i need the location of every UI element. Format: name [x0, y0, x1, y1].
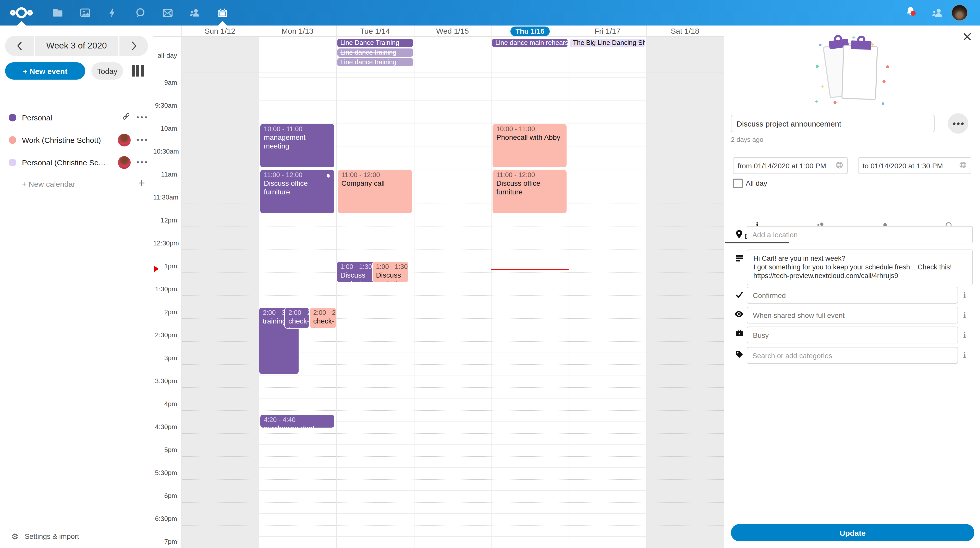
freebusy-info-icon[interactable]: i — [963, 330, 966, 340]
time-label: 6pm — [153, 492, 177, 500]
shared-by-avatar — [118, 156, 130, 168]
day-header[interactable]: Thu 1/16 — [491, 25, 569, 36]
contacts-app-icon[interactable] — [184, 0, 206, 25]
calendar-name: Work (Christine Schott) — [22, 135, 101, 144]
hour-line — [181, 215, 724, 216]
timezone-globe-icon[interactable] — [835, 161, 843, 170]
allday-event[interactable]: The Big Line Dancing Show — [570, 39, 646, 47]
calendar-event[interactable]: 10:00 - 11:00management meeting — [260, 124, 335, 168]
hour-line — [181, 513, 724, 514]
calendar-list-item[interactable]: Work (Christine Schott) — [0, 129, 153, 151]
event-actions-menu-button[interactable] — [948, 113, 968, 134]
next-week-button[interactable] — [119, 36, 148, 56]
freebusy-select[interactable]: Busy — [747, 327, 958, 343]
event-time: 2:00 - 2:30 — [313, 309, 332, 317]
day-header[interactable]: Mon 1/13 — [259, 25, 336, 36]
event-time: 10:00 - 11:00 — [496, 125, 563, 133]
time-label: 5pm — [153, 446, 177, 454]
column-divider — [336, 25, 337, 548]
new-event-button[interactable]: + New event — [5, 62, 85, 79]
categories-info-icon[interactable]: i — [963, 351, 966, 360]
week-navigation: Week 3 of 2020 — [5, 36, 148, 56]
close-icon[interactable] — [962, 32, 974, 43]
freebusy-value: Busy — [753, 331, 769, 339]
user-avatar[interactable] — [951, 0, 968, 25]
time-label: 12pm — [153, 217, 177, 224]
allday-grid-divider — [181, 72, 724, 73]
quarter-hour-line — [181, 295, 724, 296]
calendar-menu-icon[interactable] — [137, 116, 147, 118]
day-header[interactable]: Tue 1/14 — [336, 25, 414, 36]
day-header[interactable]: Wed 1/15 — [414, 25, 491, 36]
calendar-menu-icon[interactable] — [137, 161, 147, 163]
calendar-name: Personal (Christine Schott) — [22, 158, 110, 167]
contacts-menu-icon[interactable] — [931, 0, 944, 25]
quarter-hour-line — [181, 249, 724, 250]
quarter-hour-line — [181, 89, 724, 89]
calendar-list-item[interactable]: Personal — [0, 106, 153, 129]
mail-app-icon[interactable] — [156, 0, 179, 25]
all-day-checkbox[interactable] — [733, 179, 743, 188]
nextcloud-logo-icon[interactable] — [10, 0, 33, 25]
calendar-item-actions — [121, 112, 147, 123]
week-label[interactable]: Week 3 of 2020 — [35, 41, 118, 51]
previous-week-button[interactable] — [5, 36, 34, 56]
activity-app-icon[interactable] — [101, 0, 124, 25]
hour-line — [181, 376, 724, 376]
day-header[interactable]: Sat 1/18 — [646, 25, 724, 36]
status-info-icon[interactable]: i — [963, 291, 966, 300]
hour-line — [181, 399, 724, 399]
share-link-icon[interactable] — [121, 112, 130, 123]
new-calendar-button[interactable]: + New calendar — [22, 179, 75, 188]
visibility-select[interactable]: When shared show full event — [747, 307, 958, 324]
weekend-column-shading — [646, 36, 724, 548]
start-date-value: from 01/14/2020 at 1:00 PM — [738, 162, 826, 170]
photos-app-icon[interactable] — [74, 0, 97, 25]
calendar-list-item[interactable]: Personal (Christine Schott) — [0, 151, 153, 173]
allday-event[interactable]: Line Dance Training — [337, 39, 413, 47]
talk-app-icon[interactable] — [129, 0, 151, 25]
day-header[interactable]: Sun 1/12 — [181, 25, 259, 36]
current-time-line — [491, 268, 569, 270]
calendar-name: Personal — [22, 113, 52, 122]
allday-event[interactable]: Line dance main rehearsal — [492, 39, 568, 47]
calendar-event[interactable]: 2:00 - 2:30check-in — [284, 307, 309, 329]
end-date-field[interactable]: to 01/14/2020 at 1:30 PM — [858, 157, 971, 174]
notifications-bell-icon[interactable] — [904, 0, 919, 25]
calendar-event[interactable]: 4:20 - 4:40purchasing dept — [260, 415, 335, 428]
allday-event[interactable]: Line dance training — [337, 48, 413, 57]
calendar-event[interactable]: 2:00 - 2:30check-in — [309, 307, 336, 329]
start-date-field[interactable]: from 01/14/2020 at 1:00 PM — [733, 157, 848, 174]
location-input[interactable] — [747, 226, 973, 243]
time-label: 4pm — [153, 400, 177, 408]
files-app-icon[interactable] — [46, 0, 69, 25]
today-button[interactable]: Today — [91, 62, 123, 79]
settings-import-button[interactable]: ⚙ Settings & import — [0, 529, 153, 544]
time-label: 9am — [153, 79, 177, 86]
event-title-input[interactable] — [731, 115, 935, 132]
week-view-toggle-icon[interactable] — [132, 65, 144, 76]
calendar-event[interactable]: 10:00 - 11:00Phonecall with Abby — [492, 124, 567, 168]
shared-by-avatar — [118, 133, 130, 146]
calendar-event[interactable]: 11:00 - 12:00Company call — [337, 170, 412, 214]
event-title: check-in — [313, 317, 332, 329]
day-header[interactable]: Fri 1/17 — [569, 25, 646, 36]
calendar-event[interactable]: 11:00 - 12:00Discuss office furniture — [492, 170, 567, 214]
event-title: Discuss project announcement — [340, 271, 372, 283]
calendar-event[interactable]: 11:00 - 12:00Discuss office furniture — [260, 170, 335, 214]
time-label: 4:30pm — [153, 423, 177, 431]
top-header-bar — [0, 0, 980, 25]
time-label: 7pm — [153, 538, 177, 546]
calendar-app-icon[interactable] — [211, 0, 234, 25]
status-select[interactable]: Confirmed — [747, 287, 958, 303]
calendar-menu-icon[interactable] — [137, 139, 147, 141]
visibility-info-icon[interactable]: i — [963, 311, 966, 320]
description-textarea[interactable]: Hi Carl! are you in next week? I got som… — [747, 249, 973, 285]
categories-input[interactable] — [747, 347, 958, 364]
allday-event[interactable]: Line dance training — [337, 58, 413, 66]
calendar-event[interactable]: 1:00 - 1:30Discuss project — [372, 262, 409, 283]
plus-icon[interactable]: + — [138, 178, 145, 189]
calendar-event[interactable]: 1:00 - 1:30Discuss project announcement — [336, 262, 376, 283]
update-button[interactable]: Update — [731, 524, 974, 542]
timezone-globe-icon[interactable] — [959, 161, 967, 170]
